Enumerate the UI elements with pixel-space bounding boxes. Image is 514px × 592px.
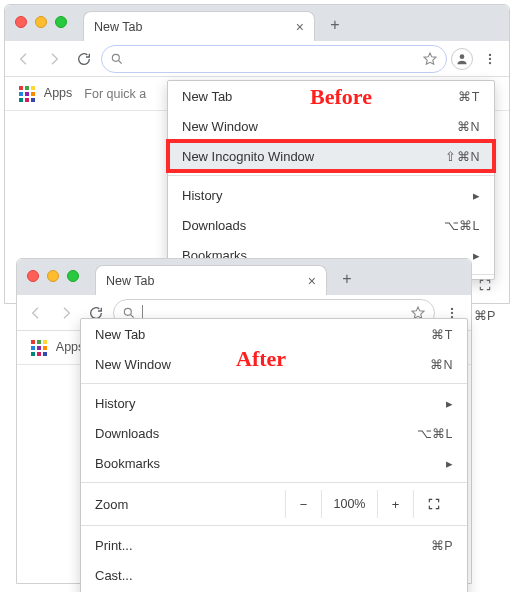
menu-item-label: Print...: [95, 538, 419, 553]
menu-separator: [168, 175, 494, 176]
person-icon: [455, 52, 469, 66]
menu-item-label: New Incognito Window: [182, 149, 433, 164]
back-button[interactable]: [11, 46, 37, 72]
svg-point-1: [460, 54, 465, 59]
menu-item-label: History: [95, 396, 434, 411]
window-controls: [15, 16, 67, 28]
main-menu-before: New Tab ⌘T New Window ⌘N New Incognito W…: [167, 80, 495, 280]
menu-item-new-window[interactable]: New Window ⌘N: [168, 111, 494, 141]
menu-item-label: New Window: [95, 357, 418, 372]
svg-point-5: [124, 308, 131, 315]
menu-item-label: New Tab: [182, 89, 446, 104]
tab-title: New Tab: [106, 274, 154, 288]
menu-separator: [81, 482, 467, 483]
menu-item-history[interactable]: History ▸: [168, 180, 494, 210]
main-menu-after: New Tab ⌘T New Window ⌘N History ▸ Downl…: [80, 318, 468, 592]
menu-item-label: Downloads: [182, 218, 432, 233]
apps-shortcut[interactable]: Apps: [19, 86, 72, 102]
side-shortcut: ⌘P: [474, 308, 495, 323]
fullscreen-window-button[interactable]: [55, 16, 67, 28]
bookmark-star-icon[interactable]: [422, 51, 438, 67]
chevron-right-icon: ▸: [473, 188, 480, 203]
chevron-right-icon: ▸: [446, 396, 453, 411]
browser-tab[interactable]: New Tab ×: [83, 11, 315, 41]
menu-separator: [81, 525, 467, 526]
background-sliver: ⌘P: [470, 270, 510, 590]
menu-item-label: History: [182, 188, 461, 203]
svg-point-6: [451, 307, 453, 309]
profile-avatar[interactable]: [451, 48, 473, 70]
menu-item-cast[interactable]: Cast...: [81, 560, 467, 590]
window-controls: [27, 270, 79, 282]
menu-item-label: Bookmarks: [95, 456, 434, 471]
reload-button[interactable]: [71, 46, 97, 72]
arrow-left-icon: [28, 305, 44, 321]
svg-point-2: [489, 53, 491, 55]
close-tab-icon[interactable]: ×: [288, 19, 304, 35]
close-window-button[interactable]: [27, 270, 39, 282]
new-tab-button[interactable]: +: [337, 269, 357, 289]
menu-item-shortcut: ⌘N: [430, 357, 453, 372]
apps-label: Apps: [44, 86, 73, 100]
minimize-window-button[interactable]: [47, 270, 59, 282]
menu-item-label: Downloads: [95, 426, 405, 441]
menu-item-new-incognito[interactable]: New Incognito Window ⇧⌘N: [168, 141, 494, 171]
apps-shortcut[interactable]: Apps: [31, 340, 84, 356]
svg-point-7: [451, 311, 453, 313]
menu-item-label: Zoom: [95, 497, 285, 512]
main-menu-button[interactable]: [477, 46, 503, 72]
fullscreen-icon: [427, 497, 441, 511]
fullscreen-icon: [478, 278, 492, 292]
forward-button[interactable]: [41, 46, 67, 72]
menu-item-bookmarks[interactable]: Bookmarks ▸: [81, 448, 467, 478]
tab-title: New Tab: [94, 20, 142, 34]
bookmarks-hint: For quick a: [84, 87, 146, 101]
menu-item-shortcut: ⌥⌘L: [417, 426, 453, 441]
menu-item-label: Cast...: [95, 568, 453, 583]
close-tab-icon[interactable]: ×: [300, 273, 316, 289]
menu-item-shortcut: ⌥⌘L: [444, 218, 480, 233]
address-bar[interactable]: [101, 45, 447, 73]
arrow-right-icon: [58, 305, 74, 321]
menu-item-downloads[interactable]: Downloads ⌥⌘L: [168, 210, 494, 240]
minimize-window-button[interactable]: [35, 16, 47, 28]
menu-item-new-tab[interactable]: New Tab ⌘T: [168, 81, 494, 111]
zoom-in-button[interactable]: +: [377, 490, 413, 518]
fullscreen-window-button[interactable]: [67, 270, 79, 282]
svg-point-3: [489, 57, 491, 59]
menu-item-downloads[interactable]: Downloads ⌥⌘L: [81, 418, 467, 448]
new-tab-button[interactable]: +: [325, 15, 345, 35]
arrow-left-icon: [16, 51, 32, 67]
menu-item-shortcut: ⌘T: [458, 89, 480, 104]
svg-point-4: [489, 61, 491, 63]
zoom-out-button[interactable]: −: [285, 490, 321, 518]
menu-item-shortcut: ⇧⌘N: [445, 149, 480, 164]
back-button[interactable]: [23, 300, 49, 326]
tab-strip: New Tab × +: [5, 5, 509, 41]
address-input[interactable]: [130, 50, 416, 68]
chevron-right-icon: ▸: [446, 456, 453, 471]
menu-item-history[interactable]: History ▸: [81, 388, 467, 418]
search-icon: [110, 52, 124, 66]
apps-icon: [19, 86, 35, 102]
toolbar: [5, 41, 509, 77]
tab-strip: New Tab × +: [17, 259, 471, 295]
menu-item-new-tab[interactable]: New Tab ⌘T: [81, 319, 467, 349]
menu-separator: [81, 383, 467, 384]
fullscreen-button[interactable]: [413, 490, 453, 518]
reload-icon: [76, 51, 92, 67]
menu-item-new-window[interactable]: New Window ⌘N: [81, 349, 467, 379]
close-window-button[interactable]: [15, 16, 27, 28]
browser-tab[interactable]: New Tab ×: [95, 265, 327, 295]
menu-item-shortcut: ⌘N: [457, 119, 480, 134]
menu-item-shortcut: ⌘P: [431, 538, 453, 553]
menu-item-label: New Tab: [95, 327, 419, 342]
forward-button[interactable]: [53, 300, 79, 326]
svg-point-0: [112, 54, 119, 61]
menu-item-shortcut: ⌘T: [431, 327, 453, 342]
chevron-right-icon: ▸: [473, 248, 480, 263]
apps-icon: [31, 340, 47, 356]
menu-item-print[interactable]: Print... ⌘P: [81, 530, 467, 560]
kebab-icon: [483, 52, 497, 66]
zoom-level: 100%: [321, 490, 377, 518]
